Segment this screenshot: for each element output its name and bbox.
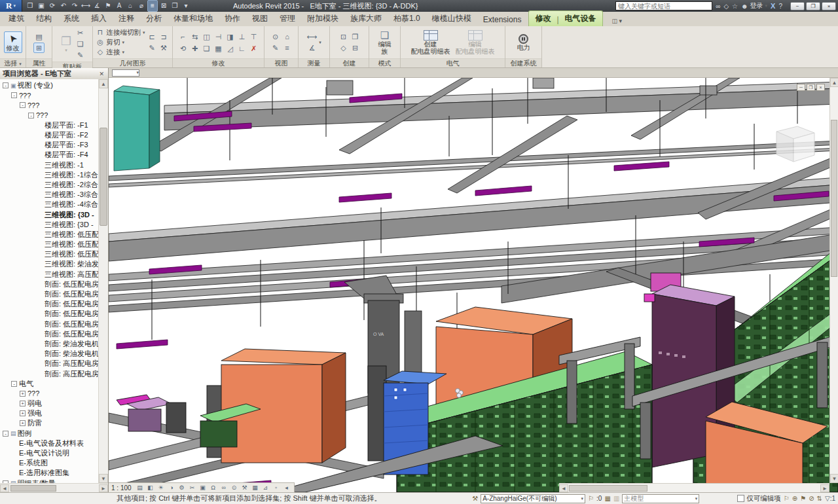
array-icon[interactable]: ▦ [213, 43, 224, 54]
view-minimize-button[interactable]: ─ [797, 84, 805, 91]
shadows-icon[interactable]: ◑ [167, 484, 176, 492]
sun-path-icon[interactable]: ☀ [156, 484, 166, 492]
create-group-icon[interactable]: ❐ [350, 31, 361, 42]
tree-item[interactable]: - ??? [0, 100, 98, 110]
tree-item[interactable]: - ▤ 明细表/数量 [0, 478, 98, 484]
redo-icon[interactable]: ↷ [69, 1, 80, 11]
tree-expander[interactable]: + [20, 401, 26, 406]
text-icon[interactable]: A [114, 1, 124, 11]
tree-item[interactable]: 三维视图: {3D - [0, 209, 98, 219]
power-button[interactable]: 电力 [515, 33, 532, 52]
browser-scrollbar[interactable]: ▲ ▼ [98, 79, 108, 483]
tree-expander[interactable]: - [11, 92, 17, 98]
show-crop-icon[interactable]: ▣ [198, 484, 208, 492]
scroll-down-icon[interactable]: ▼ [99, 474, 108, 483]
thin-lines-icon[interactable]: ≡ [147, 0, 158, 12]
selection-grip[interactable] [394, 396, 397, 399]
restore-button[interactable]: ❐ [806, 2, 820, 10]
ribbon-tab[interactable]: 视图 [246, 11, 274, 26]
cope-icon[interactable]: ⊓ 连接端切割 ▾ [96, 28, 145, 37]
ribbon-tab[interactable]: 系统 [58, 11, 85, 26]
browser-hscrollbar[interactable]: ◄ ► [0, 483, 108, 492]
copy-icon[interactable]: ❏ [75, 39, 86, 49]
tree-expander[interactable]: - [28, 113, 34, 118]
sync-icon[interactable]: ⟳ [47, 1, 58, 11]
tree-item[interactable]: E-系统图 [0, 458, 98, 468]
crop-view-icon[interactable]: ✂ [188, 484, 197, 492]
detail-level-icon[interactable]: ▤ [136, 484, 145, 492]
ribbon-tab[interactable]: 建筑 [3, 11, 30, 26]
view-restore-button[interactable]: ❐ [807, 84, 815, 91]
checkbox-icon[interactable] [737, 495, 744, 502]
selection-toggle-icon[interactable]: ⚐ [784, 495, 790, 502]
tree-item[interactable]: - ??? [0, 111, 98, 120]
favorites-icon[interactable]: ☆ [732, 3, 738, 10]
a360-icon[interactable]: ◇ [723, 3, 729, 10]
visual-style-icon[interactable]: ◧ [146, 484, 155, 492]
analytical-model-icon[interactable]: ⊿ [261, 484, 270, 492]
move-icon[interactable]: ✚ [189, 43, 200, 54]
reveal-hidden-icon[interactable]: ⊙ [230, 484, 239, 492]
viewcube[interactable] [776, 126, 814, 162]
press-drag-icon[interactable]: ⇅ [817, 495, 822, 502]
paint-icon[interactable]: ✎ [147, 43, 158, 53]
selection-grip[interactable] [403, 388, 407, 391]
ribbon-tab[interactable]: 结构 [30, 11, 58, 26]
minimize-button[interactable]: − [790, 2, 805, 10]
exchange-apps-icon[interactable]: X [771, 2, 775, 10]
create-parts-icon[interactable]: ⊟ [350, 43, 361, 53]
match-type-icon[interactable]: ✎ [75, 50, 86, 60]
tree-item[interactable]: - ▤ 图例 [0, 429, 98, 439]
ribbon-tab[interactable]: Extensions [477, 13, 528, 26]
ribbon-tab[interactable]: 管理 [274, 11, 301, 26]
tree-item[interactable]: 三维视图: -2综合 [0, 180, 98, 190]
view-scale-button[interactable]: 1 : 100 [111, 484, 132, 492]
panel-label-properties[interactable]: 属性 [26, 58, 52, 67]
panel-label-measure[interactable]: 测量 [299, 58, 329, 67]
reveal-hidden-icon[interactable]: ⊙ [270, 31, 281, 42]
tree-item[interactable]: + 弱电 [0, 399, 98, 408]
tree-item[interactable]: 三维视图: -3综合 [0, 190, 98, 200]
scroll-down-icon[interactable]: ▼ [830, 474, 838, 483]
worksharing-display-icon[interactable]: ⚒ [240, 484, 249, 492]
ribbon-tab[interactable]: 注释 [113, 11, 140, 26]
editable-only-checkbox[interactable]: 仅可编辑项 [737, 494, 781, 503]
tree-item[interactable]: + ??? [0, 389, 98, 399]
create-panel-schedule-button[interactable]: 创建 配电盘明细表 [409, 29, 452, 56]
unlock-view-icon[interactable]: Ω [209, 484, 218, 492]
beam-joins-icon[interactable]: ⊐ [158, 31, 170, 42]
tree-item[interactable]: 剖面: 低压配电房 [0, 299, 98, 309]
tree-item[interactable]: 三维视图: 高压配 [0, 270, 98, 279]
tree-item[interactable]: 三维视图: -1综合 [0, 170, 98, 180]
tree-item[interactable]: 剖面: 高压配电房 [0, 369, 98, 378]
tab-modify[interactable]: 修改 [529, 11, 556, 26]
worksets-icon[interactable]: ⚒ [472, 495, 478, 502]
tab-electrical-equipment[interactable]: 电气设备 [559, 11, 602, 26]
tab-modify-contextual[interactable]: 修改 | 电气设备 [528, 10, 602, 26]
switch-windows-icon[interactable]: ❐ [170, 1, 180, 11]
tree-item[interactable]: 三维视图: 低压配 [0, 240, 98, 249]
filter-icon[interactable]: ▽:1 [825, 495, 835, 502]
ribbon-tab[interactable]: 附加模块 [301, 11, 344, 26]
design-option-selector[interactable]: 主模型▾ [622, 494, 699, 503]
view-close-button[interactable]: × [816, 84, 825, 91]
panel-label-select[interactable]: 选择 ▾ [0, 58, 26, 67]
tree-item[interactable]: + 防雷 [0, 418, 98, 428]
linework-icon[interactable]: ✎ [270, 43, 281, 53]
close-icon[interactable]: ✕ [98, 71, 105, 77]
demolish-icon[interactable]: ⚒ [158, 43, 170, 53]
tree-item[interactable]: 楼层平面: -F2 [0, 130, 98, 140]
teal-equipment-box[interactable] [114, 86, 160, 171]
tree-item[interactable]: - ▣ 视图 (专业) [0, 81, 98, 90]
panel-label-mode[interactable]: 模式 [369, 58, 400, 67]
mirror-icon[interactable]: ◫ [201, 31, 212, 42]
panel-label-electrical[interactable]: 电气 [401, 58, 505, 67]
panel-label-create[interactable]: 创建 [330, 58, 369, 67]
panel-label-create-systems[interactable]: 创建系统 [505, 58, 541, 67]
temp-hide-isolate-icon[interactable]: ∞ [219, 484, 228, 492]
3d-model-scene[interactable]: O VA [109, 78, 838, 492]
save-icon[interactable]: ▣ [36, 1, 46, 11]
tree-item[interactable]: 三维视图: 低压配 [0, 230, 98, 240]
viewbar-collapse-icon[interactable]: ◂ [282, 484, 291, 492]
ribbon-tab[interactable]: 柏慕1.0 [388, 11, 426, 26]
